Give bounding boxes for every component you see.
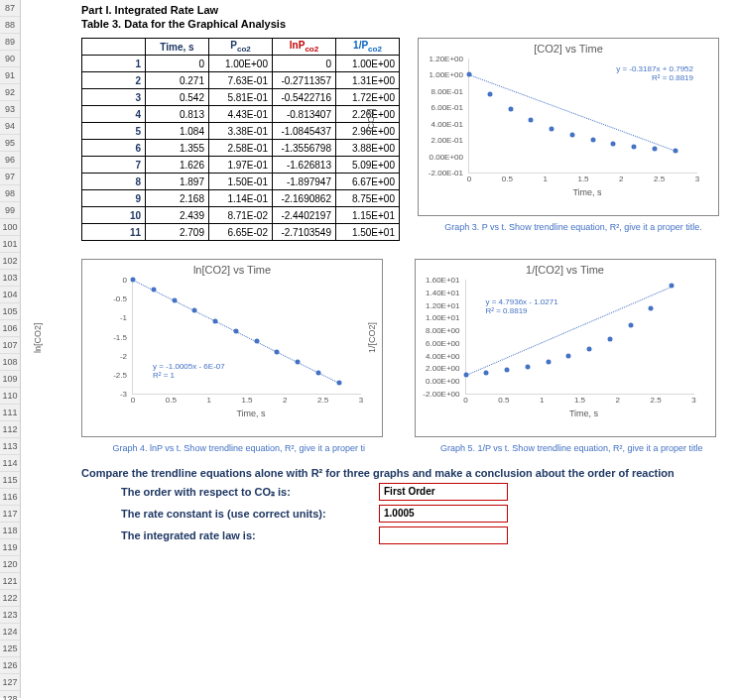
table-row: 51.0843.38E-01-1.08454372.96E+00 <box>82 123 400 140</box>
cell-p[interactable]: 8.71E-02 <box>209 207 273 224</box>
cell-index[interactable]: 7 <box>82 157 146 174</box>
cell-lnp[interactable]: -0.813407 <box>273 106 336 123</box>
data-point <box>550 126 554 131</box>
cell-time[interactable]: 1.355 <box>146 140 209 157</box>
data-point <box>632 145 637 150</box>
cell-invp[interactable]: 8.75E+00 <box>336 190 400 207</box>
cell-time[interactable]: 0.542 <box>146 89 209 106</box>
cell-invp[interactable]: 1.72E+00 <box>336 89 400 106</box>
cell-lnp[interactable]: -0.2711357 <box>273 72 336 89</box>
row-number: 91 <box>0 67 20 84</box>
x-tick-label: 0.5 <box>498 396 509 405</box>
row-number: 113 <box>0 438 20 455</box>
cell-p[interactable]: 1.50E-01 <box>209 174 273 190</box>
row-number: 89 <box>0 34 20 51</box>
x-tick-label: 0.5 <box>502 175 513 183</box>
data-point <box>525 364 530 369</box>
row-number: 95 <box>0 135 20 152</box>
row-number: 115 <box>0 472 20 489</box>
cell-invp[interactable]: 6.67E+00 <box>336 174 400 190</box>
cell-index[interactable]: 8 <box>82 174 146 190</box>
row-number: 118 <box>0 523 20 539</box>
answer-rate-constant[interactable]: 1.0005 <box>379 505 508 523</box>
y-tick-label: 1.20E+00 <box>430 55 463 63</box>
cell-lnp[interactable]: -0.5422716 <box>273 89 336 106</box>
cell-time[interactable]: 1.626 <box>146 157 209 174</box>
chart-inv-co2-vs-time: 1/[CO2] vs Time 1/[CO2] -2.00E+000.00E+0… <box>415 259 716 437</box>
cell-p[interactable]: 5.81E-01 <box>209 89 273 106</box>
cell-p[interactable]: 6.65E-02 <box>209 224 273 241</box>
cell-lnp[interactable]: 0 <box>273 56 336 72</box>
row-number: 110 <box>0 388 20 405</box>
table-row: 81.8971.50E-01-1.8979476.67E+00 <box>82 174 400 190</box>
x-tick-label: 0 <box>131 396 135 405</box>
cell-index[interactable]: 3 <box>82 89 146 106</box>
cell-p[interactable]: 1.97E-01 <box>209 157 273 174</box>
answer-order[interactable]: First Order <box>379 483 508 501</box>
cell-invp[interactable]: 1.50E+01 <box>336 224 400 241</box>
x-tick-label: 1.5 <box>574 396 585 405</box>
cell-invp[interactable]: 1.31E+00 <box>336 72 400 89</box>
cell-lnp[interactable]: -1.0845437 <box>273 123 336 140</box>
cell-index[interactable]: 4 <box>82 106 146 123</box>
cell-p[interactable]: 4.43E-01 <box>209 106 273 123</box>
y-tick-label: 1.20E+01 <box>426 300 459 309</box>
cell-time[interactable]: 2.439 <box>146 207 209 224</box>
cell-time[interactable]: 2.168 <box>146 190 209 207</box>
y-tick-label: 6.00E-01 <box>431 103 463 112</box>
cell-p[interactable]: 1.00E+00 <box>209 56 273 72</box>
cell-index[interactable]: 11 <box>82 224 146 241</box>
cell-time[interactable]: 0.813 <box>146 106 209 123</box>
cell-index[interactable]: 6 <box>82 140 146 157</box>
x-tick-label: 3 <box>359 396 363 405</box>
data-point <box>590 138 595 143</box>
cell-lnp[interactable]: -2.7103549 <box>273 224 336 241</box>
cell-time[interactable]: 1.897 <box>146 174 209 190</box>
table-row: 61.3552.58E-01-1.35567983.88E+00 <box>82 140 400 157</box>
y-tick-label: 4.00E-01 <box>431 119 463 128</box>
data-point <box>505 368 510 373</box>
chart-title: 1/[CO2] vs Time <box>422 264 709 276</box>
cell-p[interactable]: 7.63E-01 <box>209 72 273 89</box>
cell-invp[interactable]: 1.00E+00 <box>336 56 400 72</box>
cell-time[interactable]: 0.271 <box>146 72 209 89</box>
cell-invp[interactable]: 5.09E+00 <box>336 157 400 174</box>
cell-time[interactable]: 0 <box>146 56 209 72</box>
cell-invp[interactable]: 1.15E+01 <box>336 207 400 224</box>
row-number: 116 <box>0 489 20 506</box>
cell-p[interactable]: 1.14E-01 <box>209 190 273 207</box>
data-point <box>649 305 654 310</box>
chart-title: ln[CO2] vs Time <box>88 264 376 276</box>
col-index <box>82 39 146 56</box>
cell-index[interactable]: 9 <box>82 190 146 207</box>
data-point <box>529 118 534 123</box>
cell-index[interactable]: 1 <box>82 56 146 72</box>
cell-lnp[interactable]: -1.626813 <box>273 157 336 174</box>
cell-lnp[interactable]: -2.1690862 <box>273 190 336 207</box>
x-tick-label: 1 <box>540 396 544 405</box>
cell-p[interactable]: 3.38E-01 <box>209 123 273 140</box>
cell-lnp[interactable]: -1.897947 <box>273 174 336 190</box>
trendline <box>469 74 676 152</box>
table-row: 102.4398.71E-02-2.44021971.15E+01 <box>82 207 400 224</box>
cell-p[interactable]: 2.58E-01 <box>209 140 273 157</box>
answer-rate-law[interactable] <box>379 526 508 544</box>
cell-lnp[interactable]: -1.3556798 <box>273 140 336 157</box>
data-point <box>566 354 571 359</box>
trend-equation: y = -1.0005x - 6E-07 <box>153 362 225 371</box>
cell-time[interactable]: 1.084 <box>146 123 209 140</box>
cell-lnp[interactable]: -2.4402197 <box>273 207 336 224</box>
cell-time[interactable]: 2.709 <box>146 224 209 241</box>
y-tick-label: 1.00E+00 <box>430 70 463 79</box>
table-row: 92.1681.14E-01-2.16908628.75E+00 <box>82 190 400 207</box>
row-number: 119 <box>0 539 20 544</box>
data-point <box>611 142 616 147</box>
cell-invp[interactable]: 3.88E+00 <box>336 140 400 157</box>
y-tick-label: 0.00E+00 <box>430 152 463 161</box>
cell-index[interactable]: 5 <box>82 123 146 140</box>
cell-index[interactable]: 10 <box>82 207 146 224</box>
y-tick-label: -3 <box>120 390 127 399</box>
data-table: Time, s Pco2 lnPco2 1/Pco2 101.00E+0001.… <box>81 38 400 241</box>
cell-index[interactable]: 2 <box>82 72 146 89</box>
trend-equation: y = -0.3187x + 0.7952 <box>616 64 693 73</box>
